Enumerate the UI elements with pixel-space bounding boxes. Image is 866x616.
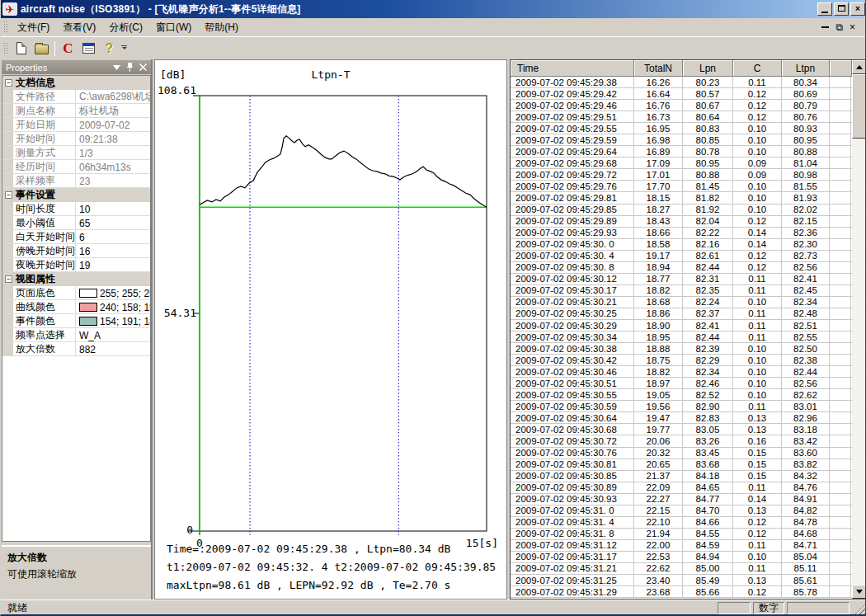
- property-row[interactable]: 曲线颜色240; 158; 15: [2, 300, 150, 314]
- property-value[interactable]: 240; 158; 15: [76, 300, 150, 313]
- table-row[interactable]: 2009-07-02 09:45:30.5519.0582.520.1082.6…: [511, 389, 852, 401]
- resize-grip[interactable]: [854, 604, 865, 615]
- property-value[interactable]: 09:21:38: [76, 132, 150, 145]
- toolbar-grip[interactable]: [3, 42, 7, 55]
- table-row[interactable]: 2009-07-02 09:45:30.6419.4782.830.1382.9…: [511, 412, 852, 424]
- table-row[interactable]: 2009-07-02 09:45:30.2518.8682.370.1182.4…: [511, 308, 852, 320]
- menu-analysis[interactable]: 分析(C): [102, 18, 149, 37]
- property-row[interactable]: 白天开始时间6: [2, 230, 150, 244]
- table-row[interactable]: 2009-07-02 09:45:31.2122.6285.000.1185.1…: [511, 563, 852, 575]
- collapse-icon[interactable]: −: [5, 275, 12, 283]
- property-row[interactable]: 夜晚开始时间19: [2, 258, 150, 272]
- toolbar-overflow-button[interactable]: [121, 45, 127, 52]
- table-row[interactable]: 2009-07-02 09:45:30.5118.9782.460.1082.5…: [511, 378, 852, 389]
- mdi-close-button[interactable]: ×: [850, 22, 855, 32]
- table-row[interactable]: 2009-07-02 09:45:29.3816.2680.230.1180.3…: [511, 77, 852, 88]
- table-row[interactable]: 2009-07-02 09:45:31. 022.1584.700.1384.8…: [511, 505, 852, 517]
- table-row[interactable]: 2009-07-02 09:45:30.8922.0984.650.1184.7…: [511, 482, 852, 494]
- property-value[interactable]: 255; 255; 25: [76, 286, 150, 299]
- property-row[interactable]: 傍晚开始时间16: [2, 244, 150, 258]
- table-row[interactable]: 2009-07-02 09:45:29.9318.6682.220.1482.3…: [511, 228, 852, 239]
- table-row[interactable]: 2009-07-02 09:45:31. 821.9484.550.1284.6…: [511, 529, 852, 540]
- table-row[interactable]: 2009-07-02 09:45:31.2923.6885.660.1285.7…: [511, 586, 852, 598]
- menu-help[interactable]: 帮助(H): [198, 18, 245, 37]
- table-row[interactable]: 2009-07-02 09:45:30.3418.9582.440.1182.5…: [511, 332, 852, 343]
- open-file-button[interactable]: [32, 40, 51, 58]
- property-value[interactable]: 23: [76, 174, 150, 187]
- property-row[interactable]: 事件颜色154; 191; 18: [2, 314, 150, 328]
- table-row[interactable]: 2009-07-02 09:45:30.1218.7782.310.1182.4…: [511, 274, 852, 285]
- column-header-totaln[interactable]: TotalN: [634, 60, 683, 77]
- table-row[interactable]: 2009-07-02 09:45:29.6817.0980.950.0981.0…: [511, 158, 852, 169]
- menu-window[interactable]: 窗口(W): [149, 18, 198, 37]
- table-row[interactable]: 2009-07-02 09:45:30.2918.9082.410.1182.5…: [511, 320, 852, 332]
- plot-area[interactable]: [200, 96, 487, 536]
- analysis-c-button[interactable]: C: [59, 40, 78, 58]
- property-value[interactable]: 2009-07-02: [76, 118, 150, 131]
- mdi-minimize-button[interactable]: [821, 26, 829, 28]
- table-row[interactable]: 2009-07-02 09:45:30. 018.5882.160.1482.3…: [511, 239, 852, 251]
- table-row[interactable]: 2009-07-02 09:45:30. 818.9482.440.1282.5…: [511, 262, 852, 274]
- property-value[interactable]: 栎社机场: [76, 104, 150, 117]
- column-header-time[interactable]: Time: [511, 60, 634, 77]
- property-row[interactable]: 采样频率23: [2, 174, 150, 188]
- table-row[interactable]: 2009-07-02 09:45:30.1718.8282.350.1182.4…: [511, 285, 852, 297]
- column-header-lpn[interactable]: Lpn: [683, 60, 733, 77]
- scroll-up-button[interactable]: [852, 60, 866, 74]
- maximize-button[interactable]: [834, 2, 849, 16]
- property-value[interactable]: 06h34m13s: [76, 160, 150, 173]
- table-row[interactable]: 2009-07-02 09:45:29.8918.4382.040.1282.1…: [511, 216, 852, 228]
- menu-view[interactable]: 查看(V): [56, 18, 102, 37]
- property-value[interactable]: 19: [76, 258, 150, 271]
- table-row[interactable]: 2009-07-02 09:45:30.7220.0683.260.1683.4…: [511, 435, 852, 447]
- property-value[interactable]: 154; 191; 18: [76, 314, 150, 327]
- property-row[interactable]: 时间长度10: [2, 202, 150, 216]
- properties-panel-header[interactable]: Properties: [2, 60, 151, 74]
- collapse-icon[interactable]: −: [5, 79, 12, 87]
- property-value[interactable]: 65: [76, 216, 150, 229]
- properties-button[interactable]: [79, 40, 98, 58]
- column-header-ltpn[interactable]: Ltpn: [782, 60, 830, 77]
- menu-file[interactable]: 文件(F): [11, 18, 56, 37]
- property-row[interactable]: 测点名称栎社机场: [2, 104, 150, 118]
- close-button[interactable]: ×: [850, 2, 865, 16]
- table-row[interactable]: 2009-07-02 09:45:29.4216.6480.570.1280.6…: [511, 88, 852, 100]
- table-row[interactable]: 2009-07-02 09:45:30.5919.5682.900.1183.0…: [511, 401, 852, 412]
- table-row[interactable]: 2009-07-02 09:45:31.1222.0084.590.1184.7…: [511, 540, 852, 552]
- property-group-header[interactable]: −文档信息: [2, 76, 150, 90]
- table-row[interactable]: 2009-07-02 09:45:31. 422.1084.660.1284.7…: [511, 517, 852, 529]
- property-value[interactable]: 882: [76, 342, 150, 355]
- property-group-header[interactable]: −视图属性: [2, 272, 150, 286]
- property-group-header[interactable]: −事件设置: [2, 188, 150, 202]
- property-row[interactable]: 频率点选择W_A: [2, 328, 150, 342]
- property-value[interactable]: 6: [76, 230, 150, 243]
- property-value[interactable]: 10: [76, 202, 150, 215]
- table-row[interactable]: 2009-07-02 09:45:30.6819.7783.050.1383.1…: [511, 424, 852, 435]
- property-value[interactable]: C:\awa6298\机场: [76, 90, 150, 103]
- pin-icon[interactable]: [126, 63, 134, 72]
- mdi-restore-button[interactable]: ⧉: [835, 22, 843, 32]
- chevron-down-icon[interactable]: [113, 65, 120, 70]
- table-row[interactable]: 2009-07-02 09:45:29.5916.9880.850.1080.9…: [511, 134, 852, 146]
- table-row[interactable]: 2009-07-02 09:45:29.6416.8980.780.1080.8…: [511, 146, 852, 158]
- vertical-scrollbar[interactable]: [852, 60, 866, 599]
- table-row[interactable]: 2009-07-02 09:45:29.8518.2781.920.1082.0…: [511, 205, 852, 216]
- close-icon[interactable]: [139, 63, 147, 71]
- help-button[interactable]: ?: [100, 40, 119, 58]
- table-row[interactable]: 2009-07-02 09:45:29.8118.1581.820.1081.9…: [511, 192, 852, 204]
- property-row[interactable]: 测量方式1/3: [2, 146, 150, 160]
- property-row[interactable]: 最小阈值65: [2, 216, 150, 230]
- property-row[interactable]: 页面底色255; 255; 25: [2, 286, 150, 300]
- table-row[interactable]: 2009-07-02 09:45:30.8120.6583.680.1583.8…: [511, 459, 852, 471]
- property-row[interactable]: 开始日期2009-07-02: [2, 118, 150, 132]
- scrollbar-thumb[interactable]: [852, 74, 866, 139]
- table-row[interactable]: 2009-07-02 09:45:29.5516.9580.830.1080.9…: [511, 123, 852, 134]
- table-row[interactable]: 2009-07-02 09:45:30.2118.6882.240.1082.3…: [511, 297, 852, 308]
- scroll-down-button[interactable]: [852, 585, 866, 599]
- property-value[interactable]: 1/3: [76, 146, 150, 159]
- table-row[interactable]: 2009-07-02 09:45:31.1722.5384.940.1085.0…: [511, 552, 852, 563]
- table-row[interactable]: 2009-07-02 09:45:30.8521.3784.180.1584.3…: [511, 471, 852, 482]
- minimize-button[interactable]: [817, 2, 832, 16]
- table-row[interactable]: 2009-07-02 09:45:30.3818.8882.390.1082.5…: [511, 343, 852, 355]
- table-row[interactable]: 2009-07-02 09:45:30.4218.7582.290.1082.3…: [511, 355, 852, 366]
